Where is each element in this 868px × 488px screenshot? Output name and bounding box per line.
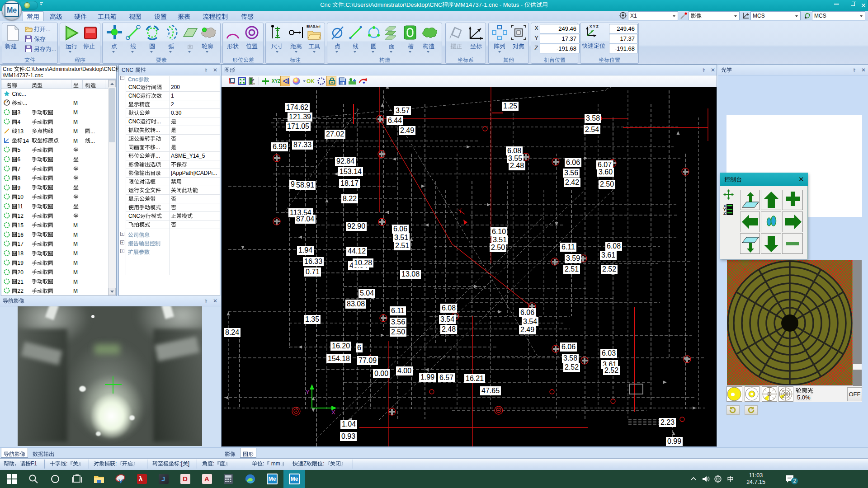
svg-text:X Y Z: X Y Z [590, 24, 599, 28]
svg-text:X: X [331, 409, 335, 416]
svg-text:Y: Y [306, 389, 310, 395]
